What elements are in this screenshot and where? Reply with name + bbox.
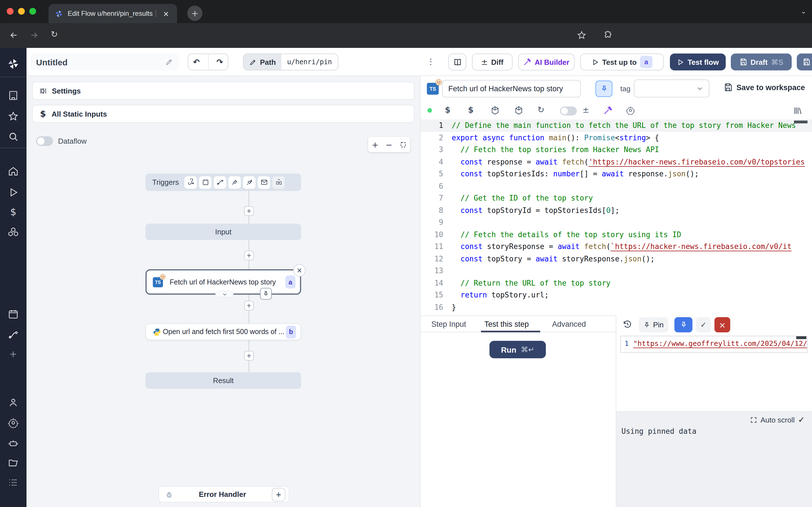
tab-advanced[interactable]: Advanced bbox=[552, 320, 586, 328]
sidebar-item-variables[interactable]: $ bbox=[8, 206, 18, 217]
poll-trigger-icon[interactable] bbox=[272, 176, 285, 188]
run-button[interactable]: Run ⌘↵ bbox=[490, 341, 546, 358]
pinned-toggle-button[interactable] bbox=[596, 80, 612, 97]
remove-pin-button[interactable]: × bbox=[714, 317, 730, 332]
windmill-logo[interactable] bbox=[7, 58, 18, 69]
zoom-out-icon[interactable]: − bbox=[386, 140, 392, 149]
input-node[interactable]: Input bbox=[146, 224, 301, 240]
pinned-active-button[interactable] bbox=[674, 317, 693, 332]
diff-button[interactable]: ± Diff bbox=[472, 54, 513, 70]
save-to-workspace-button[interactable]: Save to workspace bbox=[723, 83, 805, 92]
result-node[interactable]: Result bbox=[146, 372, 301, 389]
auto-scroll-checkmark[interactable]: ✓ bbox=[798, 415, 805, 424]
variables-icon[interactable]: $ bbox=[445, 105, 451, 114]
forward-icon[interactable] bbox=[29, 31, 39, 40]
step-title-input[interactable] bbox=[442, 80, 581, 98]
sidebar-item-logs[interactable] bbox=[8, 477, 18, 488]
package-icon[interactable] bbox=[491, 106, 500, 115]
step-a-id-badge[interactable]: a bbox=[285, 276, 296, 288]
step-node-a[interactable]: TS Fetch url of HackerNews top story a × bbox=[146, 269, 301, 295]
collapse-chevron-button[interactable] bbox=[215, 291, 234, 297]
auto-scroll-control[interactable]: Auto scroll ✓ bbox=[750, 415, 805, 424]
add-step-button[interactable]: + bbox=[244, 251, 254, 260]
schedule-trigger-icon[interactable] bbox=[199, 176, 211, 188]
tab-test-this-step[interactable]: Test this step bbox=[485, 320, 529, 328]
all-static-inputs-button[interactable]: $ All Static Inputs bbox=[32, 105, 414, 123]
more-options-kebab-icon[interactable]: ⋮ bbox=[427, 57, 435, 66]
path-chip[interactable]: Path u/henri/pin bbox=[243, 54, 338, 70]
static-inputs-icon[interactable]: $ bbox=[468, 105, 474, 114]
test-up-to-button[interactable]: Test up to a bbox=[580, 54, 664, 70]
zoom-in-icon[interactable]: + bbox=[372, 140, 378, 149]
tab-search-chevron-icon[interactable]: ⌄ bbox=[801, 7, 806, 15]
flow-name-field[interactable]: Untitled bbox=[31, 54, 179, 70]
fit-view-icon[interactable] bbox=[400, 141, 406, 148]
sidebar-item-runs[interactable] bbox=[8, 187, 18, 198]
sidebar-item-schedules[interactable] bbox=[8, 309, 18, 320]
http-route-trigger-icon[interactable] bbox=[214, 176, 226, 188]
pinned-editor-scrollbar[interactable] bbox=[796, 336, 806, 339]
close-window-button[interactable] bbox=[7, 8, 13, 15]
sidebar-item-search[interactable] bbox=[8, 131, 18, 142]
edit-name-pencil-icon[interactable] bbox=[165, 58, 173, 66]
event-trigger-icon[interactable] bbox=[243, 176, 255, 188]
remove-step-button[interactable]: × bbox=[293, 264, 306, 277]
test-flow-button[interactable]: Test flow bbox=[670, 54, 726, 70]
back-icon[interactable] bbox=[9, 31, 18, 40]
package-icon[interactable] bbox=[514, 106, 523, 115]
sidebar-item-resources[interactable] bbox=[8, 226, 18, 237]
editor-settings-gear-icon[interactable] bbox=[626, 106, 635, 115]
step-pin-indicator[interactable] bbox=[260, 288, 272, 300]
add-step-button[interactable]: + bbox=[244, 301, 254, 311]
sidebar-item-workspace[interactable] bbox=[8, 90, 18, 101]
docs-button[interactable] bbox=[448, 54, 466, 70]
accept-pin-button[interactable]: ✓ bbox=[696, 317, 711, 332]
redo-icon[interactable]: ↷ bbox=[212, 57, 228, 66]
dataflow-toggle[interactable] bbox=[36, 136, 53, 146]
code-editor[interactable]: 1// Define the main function to fetch th… bbox=[421, 119, 812, 316]
draft-button[interactable]: Draft ⌘S bbox=[731, 54, 792, 70]
tag-select[interactable] bbox=[634, 79, 709, 98]
browser-tab[interactable]: Edit Flow u/henri/pin_results × bbox=[49, 4, 177, 23]
ai-assistant-wand-icon[interactable] bbox=[603, 106, 612, 115]
pin-button[interactable]: Pin bbox=[639, 317, 668, 332]
minimize-window-button[interactable] bbox=[18, 8, 25, 15]
email-trigger-icon[interactable] bbox=[258, 176, 270, 188]
sidebar-item-home[interactable] bbox=[8, 166, 18, 177]
sidebar-item-folders[interactable] bbox=[8, 457, 18, 468]
flow-settings-button[interactable]: Settings bbox=[32, 82, 414, 100]
sidebar-item-favorites[interactable] bbox=[8, 111, 18, 122]
reload-icon[interactable]: ↻ bbox=[51, 29, 58, 40]
sidebar-item-settings[interactable] bbox=[8, 417, 18, 428]
sidebar-item-add[interactable]: + bbox=[8, 349, 18, 359]
diff-icon[interactable]: ± bbox=[582, 105, 589, 114]
webhook-trigger-icon[interactable] bbox=[185, 176, 197, 188]
sidebar-item-workers[interactable] bbox=[8, 438, 18, 448]
test-up-to-step-badge[interactable]: a bbox=[640, 56, 652, 68]
ai-builder-button[interactable]: AI Builder bbox=[518, 54, 574, 70]
reset-icon[interactable]: ↻ bbox=[538, 105, 545, 115]
bookmark-star-icon[interactable] bbox=[577, 31, 587, 40]
undo-icon[interactable]: ↶ bbox=[188, 57, 204, 66]
extensions-icon[interactable] bbox=[603, 31, 613, 40]
pinned-data-editor[interactable]: 1"https://www.geoffreylitt.com/2025/04/1… bbox=[620, 336, 808, 353]
tab-close-icon[interactable]: × bbox=[163, 9, 169, 18]
add-error-handler-button[interactable]: + bbox=[272, 488, 285, 501]
triggers-node[interactable]: Triggers bbox=[146, 173, 301, 191]
history-icon[interactable] bbox=[622, 320, 632, 329]
sidebar-item-flows[interactable] bbox=[8, 330, 18, 340]
step-b-id-badge[interactable]: b bbox=[286, 325, 296, 338]
sidebar-item-users[interactable] bbox=[8, 397, 18, 408]
diff-mode-toggle[interactable] bbox=[560, 107, 577, 115]
tab-step-input[interactable]: Step Input bbox=[432, 320, 466, 328]
maximize-window-button[interactable] bbox=[29, 8, 36, 15]
websocket-trigger-icon[interactable] bbox=[229, 176, 241, 188]
error-handler-node[interactable]: Error Handler + bbox=[158, 486, 289, 503]
add-step-button[interactable]: + bbox=[244, 206, 254, 216]
edit-path-pencil-icon[interactable] bbox=[249, 58, 257, 66]
step-node-b[interactable]: Open url and fetch first 500 words of ..… bbox=[146, 323, 301, 340]
new-tab-button[interactable]: + bbox=[187, 6, 202, 21]
library-icon[interactable] bbox=[793, 106, 802, 115]
deploy-button[interactable]: Deploy bbox=[797, 54, 812, 70]
add-step-button[interactable]: + bbox=[244, 351, 254, 360]
